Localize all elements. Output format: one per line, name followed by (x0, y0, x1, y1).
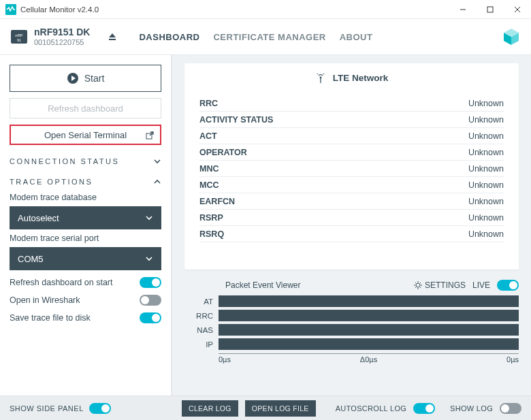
settings-button[interactable]: SETTINGS (414, 280, 466, 290)
device-name: nRF9151 DK (34, 27, 90, 38)
svg-rect-8 (109, 39, 116, 40)
close-button[interactable] (504, 0, 531, 18)
connection-status-label: CONNECTION STATUS (10, 157, 119, 165)
lte-rows: RRCUnknownACTIVITY STATUSUnknownACTUnkno… (199, 95, 504, 242)
toggle-wireshark[interactable] (140, 295, 161, 306)
lte-value: Unknown (468, 99, 504, 108)
lte-row: RSRPUnknown (199, 210, 504, 226)
toggle-wireshark-label: Open in Wireshark (10, 295, 80, 305)
track-label: IP (184, 340, 213, 349)
show-side-panel-label: SHOW SIDE PANEL (10, 404, 84, 413)
packet-event-viewer: Packet Event Viewer SETTINGS LIVE ATRRCN… (184, 276, 519, 373)
content: LTE Network RRCUnknownACTIVITY STATUSUnk… (172, 55, 531, 395)
svg-rect-2 (487, 7, 493, 12)
settings-label: SETTINGS (425, 280, 466, 290)
viewer-title: Packet Event Viewer (225, 280, 301, 290)
toggle-save-trace-label: Save trace file to disk (10, 313, 91, 323)
track-bar[interactable] (219, 338, 519, 350)
svg-text:91: 91 (17, 38, 21, 42)
lte-network-card: LTE Network RRCUnknownACTIVITY STATUSUnk… (184, 63, 519, 270)
toggle-wireshark-row: Open in Wireshark (10, 295, 161, 306)
window-title: Cellular Monitor v2.4.0 (20, 5, 449, 14)
lte-row: ACTIVITY STATUSUnknown (199, 112, 504, 128)
svg-point-12 (416, 283, 420, 287)
lte-key: RSRP (199, 213, 223, 223)
nordic-logo-icon (501, 29, 521, 45)
main: Start Refresh dashboard Open Serial Term… (0, 55, 531, 395)
axis-left: 0µs (219, 355, 231, 367)
titlebar: Cellular Monitor v2.4.0 (0, 0, 531, 19)
trace-port-select[interactable]: COM5 (10, 247, 161, 270)
play-icon (67, 72, 79, 84)
lte-key: MNC (199, 164, 219, 174)
autoscroll-label: AUTOSCROLL LOG (336, 404, 406, 413)
device-serial: 001051220755 (34, 38, 90, 47)
toggle-show-side-panel[interactable] (89, 403, 111, 414)
eject-button[interactable] (108, 32, 117, 42)
track-bar[interactable] (219, 310, 519, 321)
clear-log-button[interactable]: CLEAR LOG (182, 400, 238, 417)
chevron-up-icon (153, 178, 161, 186)
track-row: NAS (184, 323, 519, 337)
refresh-dashboard-button[interactable]: Refresh dashboard (10, 98, 161, 118)
svg-text:nRF: nRF (15, 33, 23, 37)
trace-db-value: Autoselect (18, 213, 59, 223)
lte-row: ACTUnknown (199, 128, 504, 144)
trace-port-value: COM5 (18, 254, 44, 264)
viewer-tracks: ATRRCNASIP (184, 294, 519, 351)
bottom-bar: SHOW SIDE PANEL CLEAR LOG OPEN LOG FILE … (0, 395, 531, 420)
trace-db-select[interactable]: Autoselect (10, 206, 161, 229)
sidebar-bottom: SHOW SIDE PANEL (0, 395, 172, 420)
lte-value: Unknown (468, 180, 504, 190)
toggle-show-log[interactable] (500, 403, 521, 414)
chevron-down-icon (153, 157, 161, 165)
refresh-dashboard-label: Refresh dashboard (48, 103, 123, 114)
toggle-refresh-on-start-label: Refresh dashboard on start (10, 278, 112, 287)
lte-title-text: LTE Network (333, 73, 389, 83)
track-label: AT (184, 297, 213, 306)
trace-options-label: TRACE OPTIONS (10, 178, 93, 186)
lte-key: EARFCN (199, 197, 235, 206)
lte-key: MCC (199, 180, 219, 190)
axis-mid: Δ0µs (360, 355, 377, 367)
lte-key: RSRQ (199, 229, 224, 239)
external-link-icon (145, 131, 155, 140)
minimize-button[interactable] (449, 0, 477, 18)
svg-point-11 (319, 76, 321, 78)
maximize-button[interactable] (477, 0, 504, 18)
lte-row: RSRQUnknown (199, 226, 504, 242)
section-trace-options[interactable]: TRACE OPTIONS (10, 178, 161, 186)
start-label: Start (84, 73, 105, 84)
tab-certificate-manager[interactable]: CERTIFICATE MANAGER (213, 32, 325, 42)
track-bar[interactable] (219, 324, 519, 336)
chevron-down-icon (145, 255, 153, 263)
toggle-autoscroll[interactable] (413, 403, 435, 414)
lte-key: RRC (199, 99, 218, 108)
toggle-live[interactable] (497, 280, 519, 291)
lte-row: OPERATORUnknown (199, 144, 504, 161)
lte-value: Unknown (468, 197, 504, 206)
device-chip-icon: nRF91 (10, 26, 29, 48)
tab-about[interactable]: ABOUT (340, 32, 373, 42)
viewer-axis: 0µs Δ0µs 0µs (219, 353, 519, 367)
lte-value: Unknown (468, 164, 504, 174)
toggle-refresh-on-start[interactable] (140, 277, 161, 288)
content-bottom: CLEAR LOG OPEN LOG FILE AUTOSCROLL LOG S… (172, 395, 531, 420)
track-bar[interactable] (219, 295, 519, 307)
header: nRF91 nRF9151 DK 001051220755 DASHBOARD … (0, 19, 531, 55)
tab-dashboard[interactable]: DASHBOARD (139, 32, 199, 42)
open-serial-terminal-label: Open Serial Terminal (44, 130, 127, 140)
lte-value: Unknown (468, 148, 504, 157)
lte-key: ACT (199, 131, 217, 141)
open-log-file-button[interactable]: OPEN LOG FILE (245, 400, 316, 417)
track-label: RRC (184, 312, 213, 320)
lte-row: MNCUnknown (199, 161, 504, 177)
device-info: nRF9151 DK 001051220755 (34, 27, 90, 47)
track-row: RRC (184, 308, 519, 323)
start-button[interactable]: Start (10, 65, 161, 92)
open-serial-terminal-button[interactable]: Open Serial Terminal (10, 125, 161, 145)
trace-port-label: Modem trace serial port (10, 233, 161, 243)
lte-value: Unknown (468, 213, 504, 223)
section-connection-status[interactable]: CONNECTION STATUS (10, 157, 161, 165)
toggle-save-trace[interactable] (140, 312, 161, 323)
